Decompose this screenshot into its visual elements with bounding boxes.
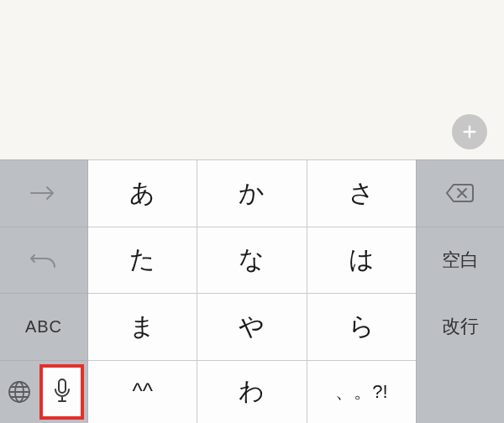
return-label: 改行 — [442, 314, 479, 339]
svg-rect-2 — [59, 379, 66, 393]
japanese-kana-keyboard: あ か さ た な は 空白 ABC ま や — [0, 159, 504, 423]
kana-label: た — [129, 243, 155, 277]
microphone-icon — [52, 378, 72, 406]
kana-label: は — [349, 243, 375, 277]
kana-key-ha[interactable]: は — [307, 227, 416, 294]
kana-label: あ — [129, 176, 155, 211]
space-label: 空白 — [442, 248, 479, 273]
add-button[interactable] — [452, 114, 487, 149]
globe-mic-cell — [0, 360, 88, 424]
forward-key[interactable] — [0, 159, 88, 227]
kana-label: ま — [129, 310, 155, 344]
abc-key[interactable]: ABC — [0, 293, 88, 360]
kana-label: な — [239, 243, 265, 277]
kaomoji-key[interactable]: ^^ — [88, 360, 197, 424]
abc-label: ABC — [25, 317, 62, 337]
space-key[interactable]: 空白 — [416, 227, 504, 294]
delete-key[interactable] — [416, 159, 504, 227]
plus-icon — [460, 123, 479, 141]
kana-key-ya[interactable]: や — [197, 293, 307, 360]
kana-key-ka[interactable]: か — [197, 159, 307, 227]
backspace-icon — [445, 182, 475, 204]
kaomoji-label: ^^ — [132, 379, 152, 405]
kana-label: さ — [349, 176, 375, 211]
kana-key-wa[interactable]: わ — [197, 360, 307, 424]
kana-key-a[interactable]: あ — [88, 159, 197, 227]
punctuation-key[interactable]: 、。?! — [307, 360, 416, 424]
kana-label: か — [239, 176, 265, 211]
kana-label: わ — [239, 374, 265, 409]
undo-icon — [29, 250, 58, 270]
arrow-right-icon — [28, 185, 60, 201]
content-area[interactable] — [0, 0, 504, 159]
kana-key-ma[interactable]: ま — [88, 293, 197, 360]
kana-key-sa[interactable]: さ — [307, 159, 416, 227]
kana-key-ta[interactable]: た — [88, 227, 197, 294]
kana-label: ら — [349, 310, 375, 344]
globe-icon — [7, 379, 32, 405]
kana-key-ra[interactable]: ら — [307, 293, 416, 360]
return-key-lower[interactable] — [416, 360, 504, 424]
punctuation-label: 、。?! — [335, 379, 387, 405]
kana-label: や — [239, 310, 265, 344]
dictation-key[interactable] — [39, 364, 84, 420]
return-key[interactable]: 改行 — [416, 293, 504, 360]
globe-key[interactable] — [0, 361, 38, 424]
undo-key[interactable] — [0, 227, 88, 294]
kana-key-na[interactable]: な — [197, 227, 307, 294]
